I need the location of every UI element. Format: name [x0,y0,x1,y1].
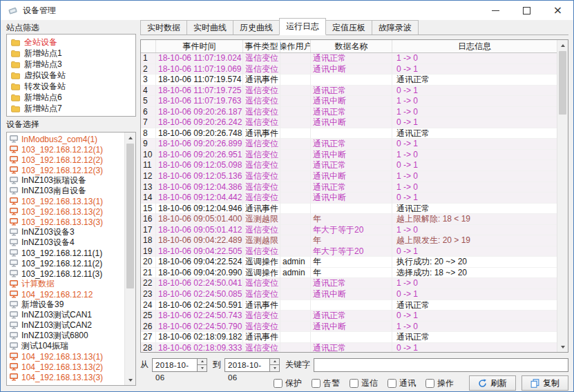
column-header[interactable]: 操作用户 [280,40,311,52]
device-item[interactable]: 103_192.168.12.11(2) [7,258,124,268]
log-row[interactable]: 2318-10-06 02:24:50.085遥信变位通讯中断0 -> 1 [141,289,557,300]
device-item[interactable]: 测试104振瑞 [7,341,124,351]
checkbox-icon[interactable] [350,379,358,388]
device-item[interactable]: 104_192.168.13.13(1) [7,351,124,362]
spinner-up-icon[interactable] [270,359,279,366]
station-item[interactable]: 新增站点7 [7,103,135,114]
log-row[interactable]: 2018-10-06 09:04:22.524遥调操作admin年执行成功: 2… [141,257,557,268]
log-row[interactable]: 2518-10-06 02:24:50.743遥信变位通讯正常0 -> 1 [141,311,557,322]
log-row[interactable]: 1518-10-06 09:12:04.946通讯事件通讯正常 [141,204,557,215]
log-row[interactable]: 318-10-06 11:07:19.574通讯事件通讯正常 [141,75,557,86]
checkbox-icon[interactable] [312,379,321,388]
column-header[interactable]: 事件类型 [243,40,280,52]
device-item[interactable]: InNZ103测试CAN1 [7,310,124,320]
column-header[interactable]: 事件时间 [156,40,243,52]
log-row[interactable]: 1918-10-06 09:04:22.505遥信变位年大于等于200 -> 1 [141,246,557,257]
log-row[interactable]: 1318-10-06 09:12:04.386遥信变位通讯正常1 -> 0 [141,182,557,193]
device-item[interactable]: 104_192.168.13.13(3) [7,372,124,382]
tab-history-curve[interactable]: 历史曲线 [233,20,280,35]
keyword-input[interactable] [314,358,568,372]
log-row[interactable]: 2118-10-06 09:04:20.990遥调操作admin年选择成功: 1… [141,268,557,279]
maximize-button[interactable] [511,1,542,20]
filter-operation-checkbox[interactable]: 操作 [425,378,454,389]
log-row[interactable]: 1018-10-06 09:20:26.951遥信变位通讯中断1 -> 0 [141,150,557,161]
checkbox-icon[interactable] [388,379,396,388]
minimize-button[interactable] [480,1,511,20]
device-item[interactable]: 103_192.168.13.13(3) [7,217,124,227]
device-item[interactable]: 104_192.168.13.13(2) [7,362,124,372]
device-item[interactable]: InNZ103南自设备 [7,186,124,196]
device-list-scrollbar[interactable] [124,133,135,385]
station-item[interactable]: 新增站点3 [7,59,135,70]
spinner-down-icon[interactable] [198,365,207,371]
log-row[interactable]: 1418-10-06 09:12:04.442遥信变位通讯中断0 -> 1 [141,193,557,204]
copy-button[interactable]: 复制 [522,375,568,391]
scroll-up-arrow[interactable] [125,133,135,143]
to-date-picker[interactable]: 2018-10-06 [224,358,280,372]
station-item[interactable]: 转发设备站 [7,81,135,92]
log-row[interactable]: 418-10-06 11:07:19.725遥信变位通讯正常0 -> 1 [141,86,557,97]
tab-realtime-data[interactable]: 实时数据 [140,20,187,35]
log-row[interactable]: 1218-10-06 09:12:05.136遥信变位通讯中断1 -> 0 [141,171,557,182]
device-item[interactable]: InNZ103设备3 [7,227,124,237]
checkbox-icon[interactable] [274,379,283,388]
device-item[interactable]: InNZ103振瑞设备 [7,175,124,186]
device-item[interactable]: InNZ103设备4 [7,237,124,248]
scrollbar-thumb[interactable] [126,144,134,288]
tab-fault-record[interactable]: 故障录波 [372,20,419,35]
filter-remote-signal-checkbox[interactable]: 遥信 [350,378,378,389]
from-date-picker[interactable]: 2018-10-06 [152,358,207,372]
device-item[interactable]: 104_192.168.12.12 [7,289,124,300]
log-row[interactable]: 818-10-06 09:20:26.748通讯事件通讯正常 [141,128,557,139]
checkbox-icon[interactable] [425,379,434,388]
spinner-up-icon[interactable] [198,359,207,366]
station-item[interactable]: 新增站点1 [7,48,135,59]
column-header[interactable]: 日志信息 [392,40,557,52]
filter-protect-checkbox[interactable]: 保护 [274,378,302,389]
column-header[interactable] [141,40,156,52]
device-item[interactable]: 103_192.168.12.12(2) [7,155,124,165]
tab-realtime-curve[interactable]: 实时曲线 [186,20,233,35]
tab-setting-plate[interactable]: 定值压板 [325,20,372,35]
device-item[interactable]: 103_192.168.12.12(3) [7,165,124,175]
station-item[interactable]: 新增站点6 [7,92,135,103]
log-row[interactable]: 218-10-06 11:07:19.069遥信变位通讯中断0 -> 1 [141,64,557,75]
scroll-down-arrow[interactable] [125,375,135,385]
filter-comm-checkbox[interactable]: 通讯 [388,378,416,389]
log-row[interactable]: 1118-10-06 09:12:05.098遥信变位通讯正常0 -> 1 [141,160,557,171]
log-row[interactable]: 2418-10-06 02:24:50.591通讯事件通讯正常 [141,300,557,311]
device-item[interactable]: 103_192.168.12.11(3) [7,268,124,279]
log-row[interactable]: 2718-10-06 02:18:09.182通讯事件通讯正常 [141,332,557,343]
scroll-down-arrow[interactable] [557,342,568,352]
device-item[interactable]: 103_192.168.12.11(1) [7,248,124,258]
log-row[interactable]: 1718-10-06 09:05:01.412遥信变位年大于等于201 -> 0 [141,225,557,236]
log-row[interactable]: 1618-10-06 09:05:01.400遥测越限年越上限解除: 18 < … [141,214,557,225]
spinner-down-icon[interactable] [270,365,279,371]
refresh-button[interactable]: 刷新 [469,375,516,391]
log-row[interactable]: 918-10-06 09:20:26.899遥信变位通讯正常0 -> 1 [141,139,557,150]
column-header[interactable]: 数据名称 [311,40,392,52]
device-item[interactable]: 计算数据 [7,279,124,289]
device-item[interactable]: 103_192.168.13.13(1) [7,196,124,206]
log-row[interactable]: 718-10-06 09:20:26.242遥信变位通讯中断0 -> 1 [141,117,557,128]
station-item[interactable]: 全站设备 [7,37,135,48]
log-row[interactable]: 2818-10-06 02:18:09.333遥信变位通讯正常0 -> 1 [141,343,557,352]
log-row[interactable]: 118-10-06 11:07:19.024遥信变位通讯正常1 -> 0 [141,53,557,64]
close-button[interactable]: × [542,1,573,20]
device-item[interactable]: 新增设备39 [7,300,124,310]
scroll-up-arrow[interactable] [557,40,568,50]
log-row[interactable]: 518-10-06 11:07:19.763遥信变位通讯中断1 -> 0 [141,96,557,107]
device-item[interactable]: InNZ103测试6800 [7,331,124,341]
log-row[interactable]: 2218-10-06 02:24:50.041遥信变位通讯正常1 -> 0 [141,278,557,289]
station-item[interactable]: 虚拟设备站 [7,70,135,81]
device-item[interactable]: 103_192.168.12.12(1) [7,144,124,155]
log-row[interactable]: 2618-10-06 02:24:50.790遥信变位通讯中断1 -> 0 [141,322,557,333]
log-row[interactable]: 618-10-06 09:20:26.187遥信变位通讯正常1 -> 0 [141,107,557,118]
tab-run-log[interactable]: 运行日志 [279,18,326,35]
device-item[interactable]: InNZ103测试CAN2 [7,320,124,331]
scrollbar-thumb[interactable] [559,51,566,115]
device-item[interactable]: InModbus2_com4(1) [7,134,124,144]
filter-alarm-checkbox[interactable]: 告警 [312,378,340,389]
log-row[interactable]: 1818-10-06 09:04:22.489遥测越限年越上限发生: 20 > … [141,235,557,246]
device-item[interactable]: 103_192.168.13.13(2) [7,206,124,217]
